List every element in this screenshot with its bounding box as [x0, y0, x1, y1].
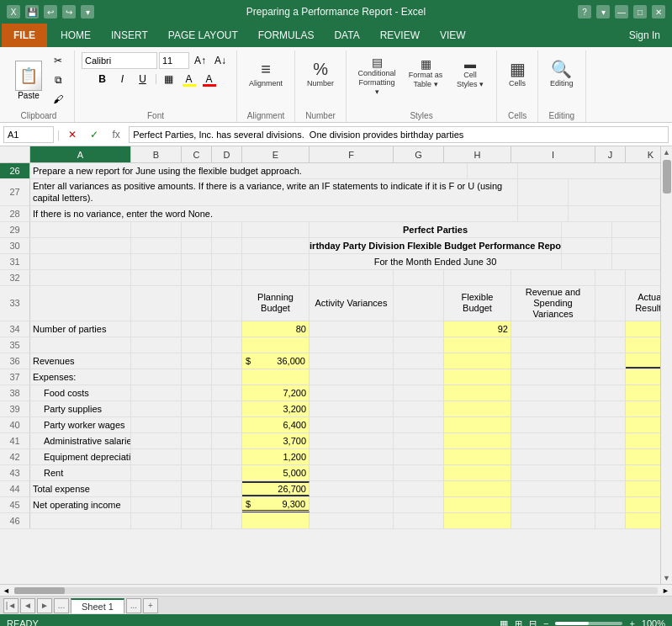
cell-d31[interactable] — [212, 254, 242, 269]
cell-b45[interactable] — [131, 497, 182, 512]
cell-i46[interactable] — [511, 513, 595, 528]
tab-dots-button[interactable]: ... — [54, 598, 69, 613]
cell-e32[interactable] — [242, 270, 310, 285]
cells-button[interactable]: ▦ Cells — [504, 52, 531, 94]
cell-h34[interactable]: 92 — [444, 321, 511, 337]
cell-a36[interactable]: Revenues — [30, 353, 131, 369]
file-menu[interactable]: FILE — [2, 24, 47, 47]
cell-e29[interactable] — [242, 222, 310, 237]
cell-e37[interactable] — [242, 369, 310, 385]
cell-reference-input[interactable] — [3, 126, 54, 143]
cell-a40[interactable]: Party worker wages — [30, 417, 131, 432]
cell-g38[interactable] — [394, 385, 444, 401]
zoom-out-button[interactable]: − — [543, 618, 548, 626]
alignment-button[interactable]: ≡ Alignment — [244, 52, 288, 94]
cell-j32[interactable] — [595, 270, 626, 285]
maximize-button[interactable]: □ — [633, 5, 647, 19]
cell-f41[interactable] — [310, 433, 394, 448]
cell-b34[interactable] — [131, 321, 182, 337]
cell-d44[interactable] — [212, 481, 242, 496]
cell-f40[interactable] — [310, 417, 394, 432]
cell-b32[interactable] — [131, 270, 182, 285]
cell-c45[interactable] — [182, 497, 212, 512]
cell-b35[interactable] — [131, 337, 182, 353]
cell-styles-button[interactable]: ▬ Cell Styles ▾ — [451, 52, 489, 94]
cell-f33[interactable]: Activity Variances — [310, 286, 394, 321]
cell-h38[interactable] — [444, 385, 511, 401]
cell-d45[interactable] — [212, 497, 242, 512]
cell-a27[interactable]: Enter all variances as positive amounts.… — [30, 179, 518, 205]
cut-button[interactable]: ✂ — [49, 52, 67, 69]
cell-b44[interactable] — [131, 481, 182, 496]
editing-button[interactable]: 🔍 Editing — [545, 52, 579, 94]
menu-review[interactable]: REVIEW — [370, 24, 430, 47]
cell-a41[interactable]: Administrative salaries — [30, 433, 131, 448]
cell-e35[interactable] — [242, 337, 310, 353]
cancel-formula-icon[interactable]: ✕ — [63, 126, 82, 143]
cell-e36[interactable]: $36,000 — [242, 353, 310, 369]
format-as-table-button[interactable]: ▦ Format as Table ▾ — [402, 52, 449, 94]
cell-c41[interactable] — [182, 433, 212, 448]
cell-a43[interactable]: Rent — [30, 465, 131, 480]
cell-j34[interactable] — [595, 321, 626, 337]
cell-j42[interactable] — [595, 449, 626, 464]
cell-h32[interactable] — [444, 270, 511, 285]
cell-j45[interactable] — [595, 497, 626, 512]
cell-g34[interactable] — [394, 321, 444, 337]
cell-g32[interactable] — [394, 270, 444, 285]
zoom-in-button[interactable]: + — [629, 618, 634, 626]
cell-b36[interactable] — [131, 353, 182, 369]
cell-j44[interactable] — [595, 481, 626, 496]
cell-h43[interactable] — [444, 465, 511, 480]
cell-d33[interactable] — [212, 286, 242, 321]
cell-b43[interactable] — [131, 465, 182, 480]
cell-f34[interactable] — [310, 321, 394, 337]
cell-i36[interactable] — [511, 353, 595, 369]
cell-a38[interactable]: Food costs — [30, 385, 131, 401]
cell-j36[interactable] — [595, 353, 626, 369]
cell-d30[interactable] — [212, 238, 242, 253]
cell-c30[interactable] — [182, 238, 212, 253]
cell-g36[interactable] — [394, 353, 444, 369]
cell-d41[interactable] — [212, 433, 242, 448]
cell-d42[interactable] — [212, 449, 242, 464]
scroll-down-arrow[interactable]: ▼ — [661, 572, 672, 584]
cell-c32[interactable] — [182, 270, 212, 285]
cell-d37[interactable] — [212, 369, 242, 385]
save-icon[interactable]: 💾 — [25, 5, 39, 19]
cell-e33[interactable]: Planning Budget — [242, 286, 310, 321]
cell-e34[interactable]: 80 — [242, 321, 310, 337]
cell-d29[interactable] — [212, 222, 242, 237]
conditional-formatting-button[interactable]: ▤ Conditional Formatting ▾ — [353, 52, 400, 99]
border-button[interactable]: ▦ — [160, 71, 178, 88]
cell-e39[interactable]: 3,200 — [242, 401, 310, 416]
cell-g45[interactable] — [394, 497, 444, 512]
cell-e40[interactable]: 6,400 — [242, 417, 310, 432]
cell-b30[interactable] — [131, 238, 182, 253]
cell-c42[interactable] — [182, 449, 212, 464]
cell-d46[interactable] — [212, 513, 242, 528]
menu-insert[interactable]: INSERT — [101, 24, 158, 47]
close-button[interactable]: ✕ — [652, 5, 665, 19]
cell-c35[interactable] — [182, 337, 212, 353]
cell-j43[interactable] — [595, 465, 626, 480]
cell-g37[interactable] — [394, 369, 444, 385]
cell-k28[interactable] — [518, 206, 569, 221]
cell-h41[interactable] — [444, 433, 511, 448]
cell-k30[interactable] — [562, 238, 612, 253]
col-header-j[interactable]: J — [595, 146, 626, 162]
bold-button[interactable]: B — [93, 71, 112, 88]
menu-data[interactable]: DATA — [324, 24, 369, 47]
insert-function-icon[interactable]: fx — [107, 126, 125, 143]
italic-button[interactable]: I — [114, 71, 132, 88]
cell-e44[interactable]: 26,700 — [242, 481, 310, 496]
cell-f29[interactable]: Perfect Parties — [310, 222, 562, 237]
underline-button[interactable]: U — [134, 71, 152, 88]
cell-h33[interactable]: Flexible Budget — [444, 286, 511, 321]
col-header-d[interactable]: D — [212, 146, 242, 162]
cell-e42[interactable]: 1,200 — [242, 449, 310, 464]
cell-g35[interactable] — [394, 337, 444, 353]
cell-i35[interactable] — [511, 337, 595, 353]
cell-i43[interactable] — [511, 465, 595, 480]
quick-access-icon[interactable]: ▾ — [81, 5, 94, 19]
